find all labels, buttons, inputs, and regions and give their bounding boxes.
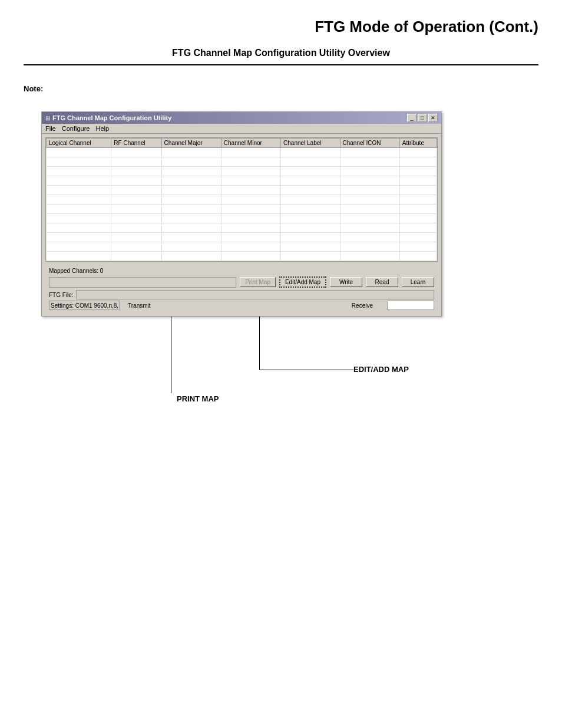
edit-add-map-annotation-line-v — [259, 317, 260, 370]
table-cell — [399, 167, 437, 176]
table-cell — [340, 167, 399, 176]
section-title: FTG Channel Map Configuration Utility Ov… — [172, 48, 390, 58]
edit-add-map-label: EDIT/ADD MAP — [353, 365, 409, 374]
table-cell — [340, 186, 399, 195]
channel-table-container: Logical Channel RF Channel Channel Major… — [45, 137, 438, 262]
table-cell — [399, 157, 437, 167]
receive-input[interactable] — [387, 301, 434, 310]
edit-add-map-annotation-line-h — [259, 370, 353, 370]
edit-add-map-button[interactable]: Edit/Add Map — [279, 276, 326, 288]
section-divider — [24, 64, 538, 65]
col-attribute: Attribute — [399, 139, 437, 148]
table-cell — [281, 176, 340, 186]
table-cell — [221, 195, 280, 205]
print-map-annotation-line-v — [171, 317, 171, 393]
table-row — [47, 214, 437, 223]
table-cell — [221, 186, 280, 195]
table-cell — [340, 148, 399, 157]
table-header-row: Logical Channel RF Channel Channel Major… — [47, 139, 437, 148]
table-cell — [111, 223, 161, 233]
table-cell — [281, 195, 340, 205]
table-cell — [221, 205, 280, 214]
dialog-content: Logical Channel RF Channel Channel Major… — [42, 134, 441, 316]
table-cell — [340, 233, 399, 242]
table-row — [47, 233, 437, 242]
table-cell — [221, 157, 280, 167]
table-cell — [47, 157, 111, 167]
table-cell — [399, 252, 437, 261]
mapped-channels-input[interactable] — [49, 277, 236, 288]
table-cell — [281, 205, 340, 214]
table-row — [47, 167, 437, 176]
table-cell — [47, 205, 111, 214]
table-cell — [281, 214, 340, 223]
table-cell — [221, 176, 280, 186]
maximize-button[interactable]: □ — [418, 114, 427, 122]
table-cell — [340, 205, 399, 214]
mapped-channels-label: Mapped Channels: 0 — [49, 268, 103, 274]
col-channel-major: Channel Major — [161, 139, 221, 148]
table-cell — [47, 195, 111, 205]
table-cell — [161, 252, 221, 261]
table-cell — [111, 186, 161, 195]
table-cell — [111, 195, 161, 205]
ftg-file-input[interactable] — [76, 290, 434, 299]
close-button[interactable]: ✕ — [428, 114, 438, 122]
table-cell — [111, 205, 161, 214]
table-cell — [161, 186, 221, 195]
table-cell — [340, 223, 399, 233]
table-cell — [281, 233, 340, 242]
table-cell — [340, 252, 399, 261]
table-row — [47, 176, 437, 186]
col-channel-icon: Channel ICON — [340, 139, 399, 148]
table-cell — [161, 195, 221, 205]
dialog-titlebar: ⊞ FTG Channel Map Configuration Utility … — [42, 112, 441, 124]
table-cell — [161, 176, 221, 186]
table-cell — [111, 214, 161, 223]
table-cell — [340, 242, 399, 252]
col-logical-channel: Logical Channel — [47, 139, 111, 148]
write-button[interactable]: Write — [330, 277, 362, 287]
dialog-container: ⊞ FTG Channel Map Configuration Utility … — [41, 111, 442, 317]
table-cell — [161, 157, 221, 167]
table-cell — [111, 233, 161, 242]
table-cell — [47, 186, 111, 195]
menu-help[interactable]: Help — [95, 125, 109, 132]
minimize-button[interactable]: _ — [407, 114, 416, 122]
table-cell — [399, 186, 437, 195]
table-cell — [47, 167, 111, 176]
table-cell — [161, 214, 221, 223]
table-cell — [111, 167, 161, 176]
table-cell — [161, 205, 221, 214]
table-cell — [47, 214, 111, 223]
dialog-controls: _ □ ✕ — [407, 114, 438, 122]
note-area: Note: — [0, 77, 562, 106]
dialog-app-icon: ⊞ — [45, 115, 50, 121]
table-row — [47, 242, 437, 252]
table-cell — [47, 242, 111, 252]
learn-button[interactable]: Learn — [402, 277, 434, 287]
table-cell — [221, 167, 280, 176]
table-cell — [340, 157, 399, 167]
dialog-title-text: FTG Channel Map Configuration Utility — [52, 114, 171, 121]
menu-configure[interactable]: Configure — [62, 125, 90, 132]
table-body — [47, 148, 437, 261]
page-title: FTG Mode of Operation (Cont.) — [315, 18, 538, 35]
print-map-button[interactable]: Print Map — [240, 277, 276, 287]
section-title-area: FTG Channel Map Configuration Utility Ov… — [0, 42, 562, 62]
table-cell — [281, 167, 340, 176]
table-cell — [161, 167, 221, 176]
menu-file[interactable]: File — [45, 125, 56, 132]
table-row — [47, 252, 437, 261]
table-cell — [340, 195, 399, 205]
table-cell — [221, 252, 280, 261]
table-cell — [47, 176, 111, 186]
table-cell — [281, 157, 340, 167]
table-cell — [111, 252, 161, 261]
table-cell — [161, 223, 221, 233]
table-cell — [399, 148, 437, 157]
table-cell — [281, 186, 340, 195]
settings-input[interactable] — [49, 301, 120, 310]
annotations-area: EDIT/ADD MAP PRINT MAP — [41, 317, 442, 423]
read-button[interactable]: Read — [366, 277, 398, 287]
